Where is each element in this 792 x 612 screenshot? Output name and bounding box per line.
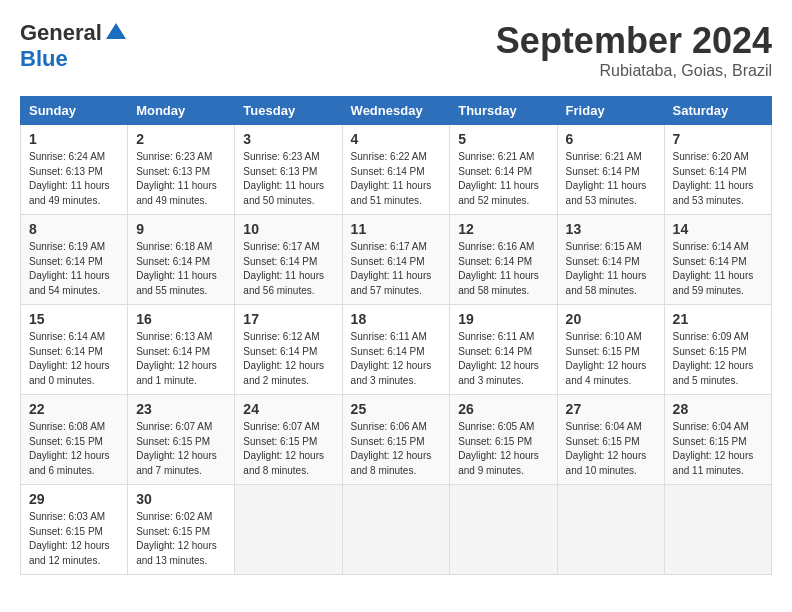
logo: General Blue — [20, 20, 128, 72]
calendar-cell: 21Sunrise: 6:09 AM Sunset: 6:15 PM Dayli… — [664, 305, 771, 395]
day-info: Sunrise: 6:09 AM Sunset: 6:15 PM Dayligh… — [673, 330, 763, 388]
calendar-cell — [450, 485, 557, 575]
calendar-cell: 4Sunrise: 6:22 AM Sunset: 6:14 PM Daylig… — [342, 125, 450, 215]
calendar-day-header: Tuesday — [235, 97, 342, 125]
calendar-day-header: Sunday — [21, 97, 128, 125]
day-number: 24 — [243, 401, 333, 417]
day-number: 17 — [243, 311, 333, 327]
calendar-cell: 14Sunrise: 6:14 AM Sunset: 6:14 PM Dayli… — [664, 215, 771, 305]
logo-blue-text: Blue — [20, 46, 68, 72]
day-number: 11 — [351, 221, 442, 237]
day-number: 5 — [458, 131, 548, 147]
calendar-cell: 5Sunrise: 6:21 AM Sunset: 6:14 PM Daylig… — [450, 125, 557, 215]
calendar-cell: 16Sunrise: 6:13 AM Sunset: 6:14 PM Dayli… — [128, 305, 235, 395]
calendar-cell: 17Sunrise: 6:12 AM Sunset: 6:14 PM Dayli… — [235, 305, 342, 395]
day-info: Sunrise: 6:17 AM Sunset: 6:14 PM Dayligh… — [351, 240, 442, 298]
calendar-cell: 2Sunrise: 6:23 AM Sunset: 6:13 PM Daylig… — [128, 125, 235, 215]
day-info: Sunrise: 6:07 AM Sunset: 6:15 PM Dayligh… — [243, 420, 333, 478]
day-info: Sunrise: 6:21 AM Sunset: 6:14 PM Dayligh… — [458, 150, 548, 208]
calendar-cell: 3Sunrise: 6:23 AM Sunset: 6:13 PM Daylig… — [235, 125, 342, 215]
day-number: 10 — [243, 221, 333, 237]
day-info: Sunrise: 6:14 AM Sunset: 6:14 PM Dayligh… — [29, 330, 119, 388]
calendar-week-row: 1Sunrise: 6:24 AM Sunset: 6:13 PM Daylig… — [21, 125, 772, 215]
day-info: Sunrise: 6:04 AM Sunset: 6:15 PM Dayligh… — [673, 420, 763, 478]
calendar-cell: 9Sunrise: 6:18 AM Sunset: 6:14 PM Daylig… — [128, 215, 235, 305]
day-info: Sunrise: 6:04 AM Sunset: 6:15 PM Dayligh… — [566, 420, 656, 478]
day-number: 8 — [29, 221, 119, 237]
day-number: 1 — [29, 131, 119, 147]
day-number: 12 — [458, 221, 548, 237]
calendar-day-header: Saturday — [664, 97, 771, 125]
calendar-day-header: Thursday — [450, 97, 557, 125]
calendar-cell: 29Sunrise: 6:03 AM Sunset: 6:15 PM Dayli… — [21, 485, 128, 575]
day-number: 19 — [458, 311, 548, 327]
calendar-cell: 18Sunrise: 6:11 AM Sunset: 6:14 PM Dayli… — [342, 305, 450, 395]
calendar-day-header: Friday — [557, 97, 664, 125]
day-number: 16 — [136, 311, 226, 327]
month-title: September 2024 — [496, 20, 772, 62]
calendar-week-row: 22Sunrise: 6:08 AM Sunset: 6:15 PM Dayli… — [21, 395, 772, 485]
day-info: Sunrise: 6:23 AM Sunset: 6:13 PM Dayligh… — [136, 150, 226, 208]
day-info: Sunrise: 6:05 AM Sunset: 6:15 PM Dayligh… — [458, 420, 548, 478]
calendar-week-row: 8Sunrise: 6:19 AM Sunset: 6:14 PM Daylig… — [21, 215, 772, 305]
day-number: 30 — [136, 491, 226, 507]
day-info: Sunrise: 6:20 AM Sunset: 6:14 PM Dayligh… — [673, 150, 763, 208]
day-info: Sunrise: 6:17 AM Sunset: 6:14 PM Dayligh… — [243, 240, 333, 298]
day-number: 4 — [351, 131, 442, 147]
calendar-cell: 19Sunrise: 6:11 AM Sunset: 6:14 PM Dayli… — [450, 305, 557, 395]
calendar-cell: 24Sunrise: 6:07 AM Sunset: 6:15 PM Dayli… — [235, 395, 342, 485]
location-text: Rubiataba, Goias, Brazil — [496, 62, 772, 80]
day-info: Sunrise: 6:02 AM Sunset: 6:15 PM Dayligh… — [136, 510, 226, 568]
calendar-cell: 12Sunrise: 6:16 AM Sunset: 6:14 PM Dayli… — [450, 215, 557, 305]
day-number: 20 — [566, 311, 656, 327]
day-info: Sunrise: 6:11 AM Sunset: 6:14 PM Dayligh… — [458, 330, 548, 388]
day-number: 3 — [243, 131, 333, 147]
day-number: 18 — [351, 311, 442, 327]
page-header: General Blue September 2024 Rubiataba, G… — [20, 20, 772, 80]
calendar-cell: 6Sunrise: 6:21 AM Sunset: 6:14 PM Daylig… — [557, 125, 664, 215]
calendar-cell — [557, 485, 664, 575]
calendar-cell: 15Sunrise: 6:14 AM Sunset: 6:14 PM Dayli… — [21, 305, 128, 395]
calendar-cell: 11Sunrise: 6:17 AM Sunset: 6:14 PM Dayli… — [342, 215, 450, 305]
day-info: Sunrise: 6:23 AM Sunset: 6:13 PM Dayligh… — [243, 150, 333, 208]
calendar-cell: 8Sunrise: 6:19 AM Sunset: 6:14 PM Daylig… — [21, 215, 128, 305]
day-info: Sunrise: 6:12 AM Sunset: 6:14 PM Dayligh… — [243, 330, 333, 388]
day-info: Sunrise: 6:11 AM Sunset: 6:14 PM Dayligh… — [351, 330, 442, 388]
day-info: Sunrise: 6:24 AM Sunset: 6:13 PM Dayligh… — [29, 150, 119, 208]
day-number: 28 — [673, 401, 763, 417]
calendar-week-row: 29Sunrise: 6:03 AM Sunset: 6:15 PM Dayli… — [21, 485, 772, 575]
day-info: Sunrise: 6:15 AM Sunset: 6:14 PM Dayligh… — [566, 240, 656, 298]
calendar-cell: 22Sunrise: 6:08 AM Sunset: 6:15 PM Dayli… — [21, 395, 128, 485]
calendar-week-row: 15Sunrise: 6:14 AM Sunset: 6:14 PM Dayli… — [21, 305, 772, 395]
day-info: Sunrise: 6:21 AM Sunset: 6:14 PM Dayligh… — [566, 150, 656, 208]
day-info: Sunrise: 6:13 AM Sunset: 6:14 PM Dayligh… — [136, 330, 226, 388]
calendar-cell — [342, 485, 450, 575]
day-number: 29 — [29, 491, 119, 507]
day-info: Sunrise: 6:06 AM Sunset: 6:15 PM Dayligh… — [351, 420, 442, 478]
calendar-cell: 25Sunrise: 6:06 AM Sunset: 6:15 PM Dayli… — [342, 395, 450, 485]
day-number: 14 — [673, 221, 763, 237]
calendar-header-row: SundayMondayTuesdayWednesdayThursdayFrid… — [21, 97, 772, 125]
calendar-cell: 13Sunrise: 6:15 AM Sunset: 6:14 PM Dayli… — [557, 215, 664, 305]
calendar-cell: 30Sunrise: 6:02 AM Sunset: 6:15 PM Dayli… — [128, 485, 235, 575]
day-number: 2 — [136, 131, 226, 147]
day-info: Sunrise: 6:19 AM Sunset: 6:14 PM Dayligh… — [29, 240, 119, 298]
calendar-cell: 27Sunrise: 6:04 AM Sunset: 6:15 PM Dayli… — [557, 395, 664, 485]
day-info: Sunrise: 6:03 AM Sunset: 6:15 PM Dayligh… — [29, 510, 119, 568]
calendar-cell: 7Sunrise: 6:20 AM Sunset: 6:14 PM Daylig… — [664, 125, 771, 215]
day-number: 27 — [566, 401, 656, 417]
day-info: Sunrise: 6:08 AM Sunset: 6:15 PM Dayligh… — [29, 420, 119, 478]
day-info: Sunrise: 6:14 AM Sunset: 6:14 PM Dayligh… — [673, 240, 763, 298]
day-info: Sunrise: 6:10 AM Sunset: 6:15 PM Dayligh… — [566, 330, 656, 388]
day-info: Sunrise: 6:07 AM Sunset: 6:15 PM Dayligh… — [136, 420, 226, 478]
calendar-cell — [664, 485, 771, 575]
day-info: Sunrise: 6:22 AM Sunset: 6:14 PM Dayligh… — [351, 150, 442, 208]
day-number: 15 — [29, 311, 119, 327]
calendar-cell: 26Sunrise: 6:05 AM Sunset: 6:15 PM Dayli… — [450, 395, 557, 485]
calendar-cell: 20Sunrise: 6:10 AM Sunset: 6:15 PM Dayli… — [557, 305, 664, 395]
day-number: 9 — [136, 221, 226, 237]
day-number: 25 — [351, 401, 442, 417]
calendar-cell — [235, 485, 342, 575]
logo-icon — [104, 21, 128, 45]
day-number: 26 — [458, 401, 548, 417]
